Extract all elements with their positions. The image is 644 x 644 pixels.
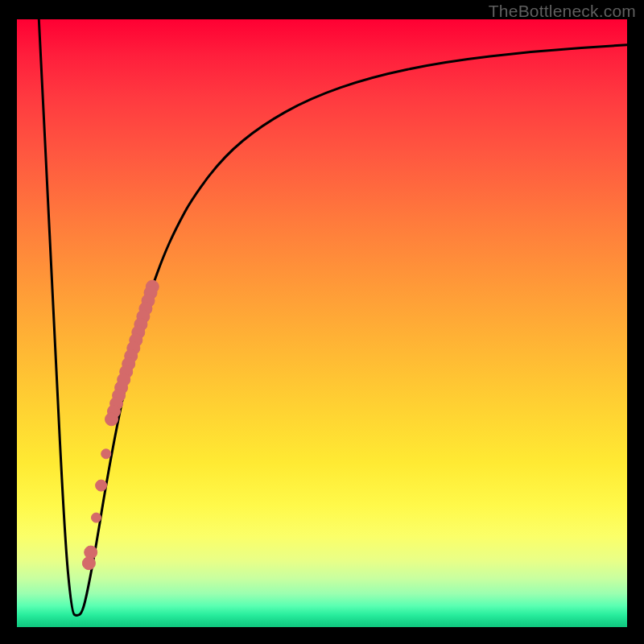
marker-group [82,280,159,570]
curve-marker [92,513,101,522]
curve-marker [101,449,111,459]
chart-svg [0,0,644,644]
curve-marker [96,480,107,491]
bottleneck-curve-path [39,19,627,615]
watermark-text: TheBottleneck.com [489,2,636,21]
curve-marker [105,413,118,426]
chart-frame: TheBottleneck.com [0,0,644,644]
curve-marker [82,557,95,570]
